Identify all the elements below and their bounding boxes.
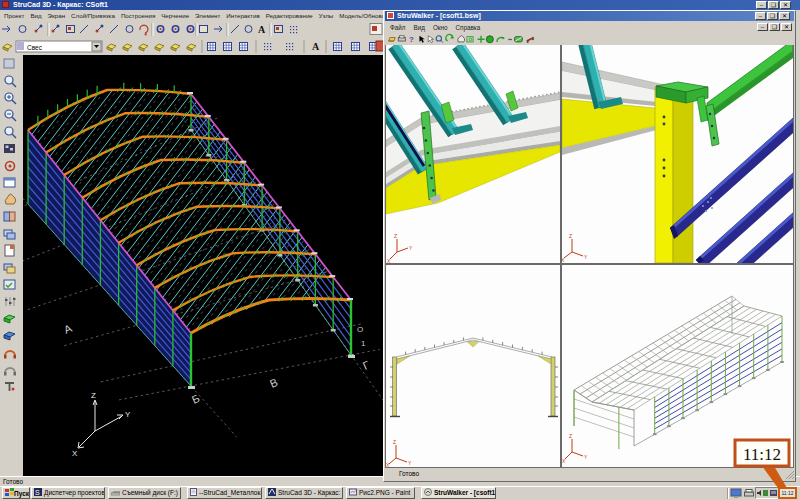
svg-text:11:12: 11:12 [743, 445, 781, 464]
svg-text:Z: Z [569, 433, 572, 439]
svg-text:Z: Z [91, 391, 96, 400]
svg-text:А: А [62, 322, 74, 336]
svg-text:Б: Б [190, 392, 201, 406]
svg-text:Y: Y [125, 410, 131, 419]
svg-text:В: В [268, 376, 280, 390]
svg-text:Свес: Свес [27, 44, 43, 51]
svg-text:A: A [312, 41, 320, 52]
svg-text:1: 1 [361, 339, 366, 348]
svg-text:X: X [72, 449, 78, 458]
svg-text:Z: Z [393, 439, 396, 445]
svg-text:Z: Z [569, 233, 572, 239]
svg-text:Z: Z [394, 233, 397, 239]
svg-text:Г: Г [361, 358, 371, 371]
svg-text:О: О [357, 325, 363, 334]
svg-text:?: ? [409, 35, 414, 44]
svg-text:A: A [258, 24, 266, 35]
svg-text:S: S [35, 489, 40, 496]
